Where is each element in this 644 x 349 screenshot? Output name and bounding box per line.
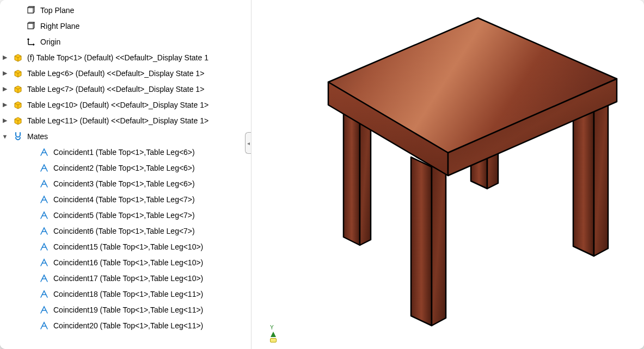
expand-icon[interactable]: ▶ xyxy=(0,117,10,124)
tree-item-mate[interactable]: Coincident3 (Table Top<1>,Table Leg<6>) xyxy=(0,176,251,191)
tree-item-label: Coincident17 (Table Top<1>,Table Leg<10>… xyxy=(52,274,203,283)
tree-item-label: Coincident2 (Table Top<1>,Table Leg<6>) xyxy=(52,164,195,172)
plane-icon xyxy=(25,4,37,16)
mate-icon xyxy=(38,288,50,300)
part-icon xyxy=(12,99,24,111)
tree-item-label: Right Plane xyxy=(39,22,79,30)
tree-item-label: Table Leg<7> (Default) <<Default>_Displa… xyxy=(26,85,204,94)
tree-item-label: Mates xyxy=(26,132,48,141)
plane-icon xyxy=(25,20,37,32)
tree-item-label: (f) Table Top<1> (Default) <<Default>_Di… xyxy=(26,53,208,62)
tree-item-label: Table Leg<10> (Default) <<Default>_Displ… xyxy=(26,101,208,109)
model-viewport[interactable]: Y xyxy=(252,0,644,349)
mate-icon xyxy=(38,194,50,205)
collapse-icon[interactable]: ▼ xyxy=(0,133,10,140)
tree-item-mate[interactable]: Coincident1 (Table Top<1>,Table Leg<6>) xyxy=(0,144,251,160)
tree-item-label: Coincident16 (Table Top<1>,Table Leg<10>… xyxy=(52,258,203,267)
tree-item-plane[interactable]: Top Plane xyxy=(0,2,251,18)
expand-icon[interactable]: ▶ xyxy=(0,70,10,77)
tree-item-label: Coincident3 (Table Top<1>,Table Leg<6>) xyxy=(52,179,195,188)
triad-y-label: Y xyxy=(270,325,277,331)
mates-icon xyxy=(12,130,24,142)
tree-item-label: Table Leg<11> (Default) <<Default>_Displ… xyxy=(26,116,208,125)
tree-item-label: Coincident19 (Table Top<1>,Table Leg<11>… xyxy=(52,306,203,314)
mate-icon xyxy=(38,146,50,158)
mate-icon xyxy=(38,320,50,332)
mate-icon xyxy=(38,225,50,237)
tree-item-origin[interactable]: Origin xyxy=(0,34,251,49)
tree-item-mates-folder[interactable]: ▼ Mates xyxy=(0,128,251,144)
tree-item-mate[interactable]: Coincident17 (Table Top<1>,Table Leg<10>… xyxy=(0,270,251,286)
tree-item-part[interactable]: ▶ (f) Table Top<1> (Default) <<Default>_… xyxy=(0,49,251,65)
tree-item-mate[interactable]: Coincident5 (Table Top<1>,Table Leg<7>) xyxy=(0,207,251,223)
tree-item-mate[interactable]: Coincident15 (Table Top<1>,Table Leg<10>… xyxy=(0,239,251,254)
expand-icon[interactable]: ▶ xyxy=(0,54,10,61)
tree-item-label: Table Leg<6> (Default) <<Default>_Displa… xyxy=(26,69,204,78)
mate-icon xyxy=(38,304,50,316)
tree-item-mate[interactable]: Coincident6 (Table Top<1>,Table Leg<7>) xyxy=(0,223,251,239)
tree-item-mate[interactable]: Coincident20 (Table Top<1>,Table Leg<11>… xyxy=(0,317,251,333)
mate-icon xyxy=(38,162,50,174)
tree-item-label: Coincident20 (Table Top<1>,Table Leg<11>… xyxy=(52,321,203,330)
tree-item-mate[interactable]: Coincident2 (Table Top<1>,Table Leg<6>) xyxy=(0,160,251,176)
part-icon xyxy=(12,115,24,127)
origin-icon xyxy=(25,36,37,48)
mate-icon xyxy=(38,209,50,221)
svg-marker-7 xyxy=(594,91,608,256)
view-triad: Y xyxy=(270,325,277,342)
part-icon xyxy=(12,83,24,95)
tree-item-label: Coincident4 (Table Top<1>,Table Leg<7>) xyxy=(52,195,195,204)
feature-tree-panel[interactable]: Top Plane Right Plane Origin ▶ (f) Table… xyxy=(0,0,252,349)
svg-marker-4 xyxy=(411,157,432,326)
tree-item-plane[interactable]: Right Plane xyxy=(0,18,251,34)
tree-item-mate[interactable]: Coincident4 (Table Top<1>,Table Leg<7>) xyxy=(0,191,251,207)
tree-item-label: Origin xyxy=(39,38,60,46)
svg-marker-5 xyxy=(432,159,446,326)
tree-item-mate[interactable]: Coincident18 (Table Top<1>,Table Leg<11>… xyxy=(0,286,251,302)
tree-item-label: Top Plane xyxy=(39,6,74,15)
tree-item-part[interactable]: ▶ Table Leg<7> (Default) <<Default>_Disp… xyxy=(0,81,251,97)
tree-item-part[interactable]: ▶ Table Leg<11> (Default) <<Default>_Dis… xyxy=(0,113,251,128)
tree-item-label: Coincident5 (Table Top<1>,Table Leg<7>) xyxy=(52,211,195,220)
mate-icon xyxy=(38,241,50,253)
triad-arrow-icon xyxy=(271,332,276,337)
triad-base-icon xyxy=(270,338,277,342)
table-model[interactable] xyxy=(268,11,628,338)
table-leg-front-left xyxy=(411,157,446,326)
expand-icon[interactable]: ▶ xyxy=(0,101,10,108)
part-icon xyxy=(12,67,24,79)
tree-item-part[interactable]: ▶ Table Leg<10> (Default) <<Default>_Dis… xyxy=(0,97,251,113)
tree-item-label: Coincident6 (Table Top<1>,Table Leg<7>) xyxy=(52,227,195,235)
mate-icon xyxy=(38,257,50,269)
tree-item-mate[interactable]: Coincident16 (Table Top<1>,Table Leg<10>… xyxy=(0,254,251,270)
panel-flyout-tab[interactable]: ◂ xyxy=(245,132,252,154)
mate-icon xyxy=(38,178,50,190)
expand-icon[interactable]: ▶ xyxy=(0,85,10,92)
tree-item-part[interactable]: ▶ Table Leg<6> (Default) <<Default>_Disp… xyxy=(0,65,251,81)
mate-icon xyxy=(38,272,50,284)
tree-item-label: Coincident18 (Table Top<1>,Table Leg<11>… xyxy=(52,290,203,298)
part-icon xyxy=(12,52,24,64)
tree-item-label: Coincident15 (Table Top<1>,Table Leg<10>… xyxy=(52,242,203,251)
tree-item-mate[interactable]: Coincident19 (Table Top<1>,Table Leg<11>… xyxy=(0,302,251,317)
tree-item-label: Coincident1 (Table Top<1>,Table Leg<6>) xyxy=(52,148,195,157)
